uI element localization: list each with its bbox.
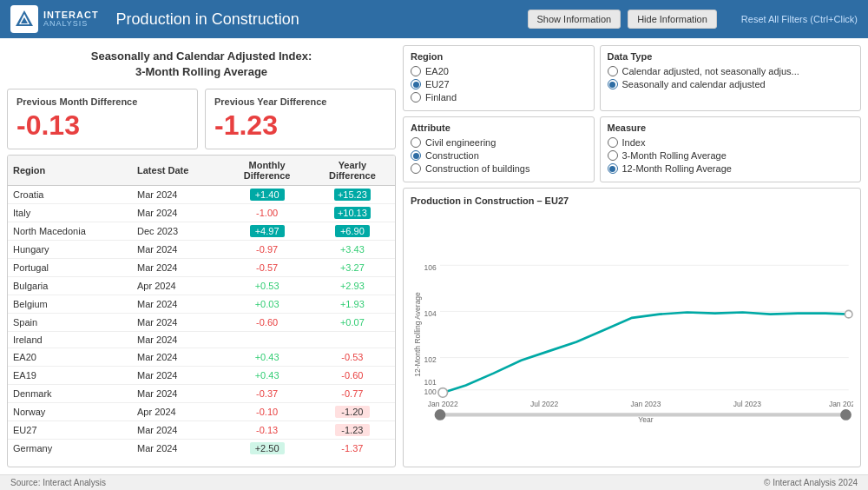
cell-date: Dec 2023 [132,222,224,240]
metric-month-value: -0.13 [16,110,188,141]
x-tick-jan2024: Jan 2024 [829,400,853,408]
table-row: Portugal Mar 2024 -0.57 +3.27 [8,258,395,276]
filter-region: Region EA20 EU27 Finland [403,45,595,111]
attribute-construction[interactable]: Construction [411,150,587,161]
slider-track[interactable] [440,413,846,416]
logo-line2: ANALYSIS [43,20,99,28]
table-row: Denmark Mar 2024 -0.37 -0.77 [8,384,395,402]
cell-monthly: +0.53 [224,276,309,295]
region-ea20[interactable]: EA20 [411,66,587,76]
measure-12month-label: 12-Month Rolling Average [622,163,732,174]
cell-yearly: -0.60 [310,366,395,384]
table-row: EU27 Mar 2024 -0.13 -1.23 [8,420,395,439]
cell-region: Ireland [8,331,132,348]
datatype-seasonal-radio[interactable] [608,79,618,89]
header-buttons: Show Information Hide Information [528,10,717,29]
table-body: Croatia Mar 2024 +1.40 +15.23 Italy Mar … [8,185,395,457]
col-monthly: MonthlyDifference [224,156,309,186]
y-tick-104: 104 [424,309,437,318]
table-row: Germany Mar 2024 +2.50 -1.37 [8,439,395,457]
cell-yearly: +10.13 [310,203,395,222]
y-tick-101: 101 [424,378,437,387]
cell-monthly [224,331,309,348]
measure-index[interactable]: Index [608,137,854,148]
attribute-buildings[interactable]: Construction of buildings [411,163,587,174]
hide-information-button[interactable]: Hide Information [628,10,717,29]
cell-monthly: +1.40 [224,185,309,203]
cell-region: Norway [8,402,132,420]
measure-3month-label: 3-Month Rolling Average [622,150,727,161]
cell-monthly: -0.60 [224,313,309,331]
measure-12month[interactable]: 12-Month Rolling Average [608,163,854,174]
cell-region: Croatia [8,185,132,203]
region-finland[interactable]: Finland [411,92,587,103]
cell-monthly: +0.43 [224,366,309,384]
filter-measure: Measure Index 3-Month Rolling Average 12… [600,116,862,182]
measure-12month-radio[interactable] [608,163,618,174]
attribute-buildings-radio[interactable] [411,163,421,174]
cell-yearly: -0.53 [310,348,395,366]
attribute-civil[interactable]: Civil engineering [411,137,587,148]
measure-3month[interactable]: 3-Month Rolling Average [608,150,854,161]
table-row: Spain Mar 2024 -0.60 +0.07 [8,313,395,331]
chart-end-dot [845,310,852,318]
cell-yearly [310,331,395,348]
table-row: Belgium Mar 2024 +0.03 +1.93 [8,295,395,313]
measure-index-radio[interactable] [608,137,618,148]
cell-region: Denmark [8,384,132,402]
datatype-calendar[interactable]: Calendar adjusted, not seasonally adjus.… [608,66,854,76]
table-row: EA19 Mar 2024 +0.43 -0.60 [8,366,395,384]
right-panel: Region EA20 EU27 Finland [403,45,861,467]
cell-region: Portugal [8,258,132,276]
region-finland-radio[interactable] [411,92,421,103]
cell-yearly: +3.43 [310,240,395,258]
metric-year-label: Previous Year Difference [214,96,386,107]
datatype-calendar-radio[interactable] [608,66,618,76]
cell-monthly: +2.50 [224,439,309,457]
region-eu27-radio[interactable] [411,79,421,89]
chart-title-line1: Seasonally and Calendar Adjusted Index: [91,50,312,63]
cell-date: Mar 2024 [132,366,224,384]
left-panel: Seasonally and Calendar Adjusted Index: … [7,45,396,467]
region-eu27[interactable]: EU27 [411,79,587,89]
cell-date: Mar 2024 [132,203,224,222]
data-table-container: Region Latest Date MonthlyDifference Yea… [7,155,396,467]
show-information-button[interactable]: Show Information [528,10,621,29]
datatype-seasonal-label: Seasonally and calendar adjusted [622,79,766,89]
cell-monthly: -0.10 [224,402,309,420]
chart-area-title: Production in Construction – EU27 [411,195,853,206]
footer-copyright: © Interact Analysis 2024 [764,478,858,487]
metric-year-value: -1.23 [214,110,386,141]
data-table: Region Latest Date MonthlyDifference Yea… [8,156,395,457]
x-tick-jan2022: Jan 2022 [428,400,458,408]
logo-icon [10,5,38,33]
chart-svg-container: 12-Month Rolling Average 106 104 102 101… [411,209,853,460]
attribute-construction-radio[interactable] [411,150,421,161]
logo-area: INTERACT ANALYSIS [10,5,99,33]
reset-filters-button[interactable]: Reset All Filters (Ctrl+Click) [741,14,858,24]
col-region: Region [8,156,132,186]
cell-date: Mar 2024 [132,439,224,457]
region-ea20-radio[interactable] [411,66,421,76]
table-row: EA20 Mar 2024 +0.43 -0.53 [8,348,395,366]
cell-monthly: -0.37 [224,384,309,402]
cell-date: Mar 2024 [132,313,224,331]
app-container: INTERACT ANALYSIS Production in Construc… [0,0,868,490]
cell-date: Mar 2024 [132,420,224,439]
cell-monthly: +4.97 [224,222,309,240]
measure-3month-radio[interactable] [608,150,618,161]
datatype-seasonal[interactable]: Seasonally and calendar adjusted [608,79,854,89]
cell-monthly: -0.13 [224,420,309,439]
chart-start-dot [438,388,448,398]
cell-date: Mar 2024 [132,331,224,348]
cell-date: Mar 2024 [132,240,224,258]
attribute-civil-radio[interactable] [411,137,421,148]
filter-attribute: Attribute Civil engineering Construction… [403,116,595,182]
x-tick-jan2023: Jan 2023 [630,400,661,408]
chart-title: Seasonally and Calendar Adjusted Index: … [7,45,396,83]
slider-right-handle[interactable] [840,409,852,420]
table-row: Croatia Mar 2024 +1.40 +15.23 [8,185,395,203]
slider-left-handle[interactable] [435,409,446,420]
metric-month-label: Previous Month Difference [16,96,188,107]
filter-row-1: Region EA20 EU27 Finland [403,45,861,111]
